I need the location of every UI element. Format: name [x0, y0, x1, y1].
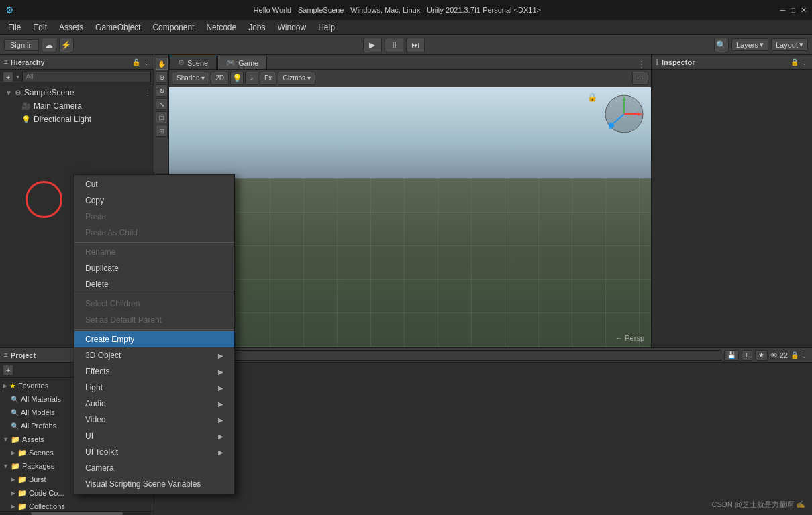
- console-lock-icon[interactable]: 🔒: [791, 351, 799, 359]
- save-layout-button[interactable]: 💾: [724, 350, 739, 361]
- create-button[interactable]: +: [742, 350, 752, 361]
- maximize-button[interactable]: □: [791, 6, 795, 15]
- menu-netcode[interactable]: Netcode: [201, 21, 242, 34]
- folder-icon-4: 📁: [17, 475, 27, 484]
- ctx-visual-scripting[interactable]: Visual Scripting Scene Variables: [74, 476, 234, 492]
- ctx-light-arrow: ▶: [218, 384, 223, 392]
- menu-gameobject[interactable]: GameObject: [90, 21, 146, 34]
- menu-help[interactable]: Help: [313, 21, 340, 34]
- ctx-effects[interactable]: Effects ▶: [74, 363, 234, 380]
- inspector-lock-icon[interactable]: 🔒: [791, 58, 799, 66]
- hierarchy-dropdown-icon[interactable]: ▾: [16, 73, 19, 80]
- hierarchy-search-input[interactable]: [22, 72, 151, 82]
- mode-2d-button[interactable]: 2D: [211, 72, 229, 85]
- fx-button[interactable]: Fx: [260, 72, 276, 85]
- menu-edit[interactable]: Edit: [28, 21, 52, 34]
- project-menu-icon: ≡: [4, 351, 8, 359]
- scene-panel-more[interactable]: ⋮: [632, 60, 651, 69]
- cloud-button[interactable]: ☁: [42, 38, 56, 52]
- search-icon-2: 🔍: [11, 409, 19, 416]
- scene-toolbar: Shaded ▾ 2D 💡 ♪ Fx Gizmos ▾ ⋯: [169, 70, 651, 87]
- minimize-button[interactable]: ─: [780, 6, 786, 15]
- move-tool-button[interactable]: ⊕: [156, 71, 168, 83]
- hierarchy-camera-item[interactable]: 🎥 Main Camera: [0, 99, 154, 113]
- close-button[interactable]: ✕: [801, 6, 807, 15]
- ctx-copy[interactable]: Copy: [74, 192, 234, 209]
- console-badge: 👁 22: [770, 351, 788, 359]
- transform-tool-button[interactable]: ⊞: [156, 125, 168, 137]
- scene-tab[interactable]: ⚙ Scene: [169, 56, 217, 69]
- collections-item[interactable]: ▶ 📁 Collections: [0, 500, 154, 511]
- ctx-duplicate[interactable]: Duplicate: [74, 260, 234, 276]
- gizmos-button[interactable]: Gizmos ▾: [278, 72, 315, 85]
- menu-assets[interactable]: Assets: [54, 21, 89, 34]
- scene-grid: [169, 178, 651, 347]
- hierarchy-lock-icon[interactable]: 🔒: [132, 58, 140, 66]
- right-toolbar: 🔍 Layers ▾ Layout ▾: [714, 38, 808, 52]
- ctx-delete[interactable]: Delete: [74, 276, 234, 292]
- project-scrollbar[interactable]: [0, 511, 154, 515]
- unity-icon: ⚙: [5, 5, 14, 15]
- add-project-button[interactable]: +: [3, 365, 13, 376]
- play-button[interactable]: ▶: [363, 38, 382, 52]
- ctx-create-empty[interactable]: Create Empty: [74, 331, 234, 347]
- menu-window[interactable]: Window: [272, 21, 312, 34]
- hierarchy-scene-item[interactable]: ▼ ⚙ SampleScene ⋮: [0, 86, 154, 99]
- scene-more-icon[interactable]: ⋮: [144, 89, 151, 97]
- scene-view[interactable]: ← Persp X: [169, 87, 651, 347]
- game-tab[interactable]: 🎮 Game: [217, 56, 267, 69]
- ctx-set-default-parent[interactable]: Set as Default Parent: [74, 312, 234, 328]
- console-content: [154, 363, 812, 515]
- more-scene-button[interactable]: ⋯: [632, 72, 648, 85]
- favorite-button[interactable]: ★: [755, 350, 768, 361]
- favorites-arrow-icon: ▶: [3, 382, 7, 389]
- ctx-audio-arrow: ▶: [218, 400, 223, 408]
- packages-arrow-icon: ▼: [3, 463, 9, 469]
- hierarchy-header: ≡ Hierarchy 🔒 ⋮: [0, 55, 154, 70]
- step-button[interactable]: ⏭: [406, 38, 425, 52]
- add-hierarchy-button[interactable]: +: [3, 72, 13, 82]
- ctx-light[interactable]: Light ▶: [74, 380, 234, 396]
- scenes-label: Scenes: [29, 449, 54, 457]
- hand-tool-button[interactable]: ✋: [156, 58, 168, 70]
- folder-icon-5: 📁: [17, 489, 27, 498]
- console-more-icon[interactable]: ⋮: [801, 351, 808, 359]
- sign-in-button[interactable]: Sign in: [4, 39, 39, 51]
- layout-dropdown[interactable]: Layout ▾: [771, 38, 808, 51]
- search-button[interactable]: 🔍: [714, 38, 729, 52]
- ctx-3d-object[interactable]: 3D Object ▶: [74, 347, 234, 363]
- layers-label: Layers: [736, 41, 758, 49]
- menu-jobs[interactable]: Jobs: [243, 21, 270, 34]
- pause-button[interactable]: ⏸: [385, 38, 403, 52]
- collab-button[interactable]: ⚡: [59, 38, 74, 52]
- audio-button[interactable]: ♪: [245, 72, 258, 85]
- rect-tool-button[interactable]: □: [156, 111, 168, 123]
- ctx-paste-as-child[interactable]: Paste As Child: [74, 225, 234, 241]
- ctx-paste[interactable]: Paste: [74, 209, 234, 225]
- hierarchy-more-icon[interactable]: ⋮: [143, 58, 150, 66]
- scale-tool-button[interactable]: ⤡: [156, 98, 168, 110]
- ctx-ui-toolkit[interactable]: UI Toolkit ▶: [74, 444, 234, 460]
- console-header: + 💾 + ★ 👁 22 🔒 ⋮: [154, 348, 812, 363]
- menu-file[interactable]: File: [3, 21, 26, 34]
- ctx-camera[interactable]: Camera: [74, 460, 234, 476]
- ctx-audio-label: Audio: [85, 399, 106, 408]
- rotate-tool-button[interactable]: ↻: [156, 84, 168, 97]
- ctx-rename[interactable]: Rename: [74, 244, 234, 260]
- console-search-input[interactable]: [172, 350, 721, 361]
- ctx-audio[interactable]: Audio ▶: [74, 396, 234, 412]
- hierarchy-light-item[interactable]: 💡 Directional Light: [0, 113, 154, 126]
- ctx-select-children[interactable]: Select Children: [74, 296, 234, 312]
- scene-lock[interactable]: 🔒: [587, 93, 597, 102]
- menu-component[interactable]: Component: [147, 21, 199, 34]
- ctx-ui[interactable]: UI ▶: [74, 428, 234, 444]
- collections-label: Collections: [29, 502, 65, 510]
- lighting-button[interactable]: 💡: [230, 72, 244, 85]
- layers-dropdown[interactable]: Layers ▾: [731, 38, 768, 51]
- shading-button[interactable]: Shaded ▾: [172, 72, 209, 85]
- ctx-video[interactable]: Video ▶: [74, 412, 234, 428]
- ctx-cut[interactable]: Cut: [74, 176, 234, 192]
- ctx-video-arrow: ▶: [218, 416, 223, 424]
- all-materials-label: All Materials: [21, 395, 61, 403]
- inspector-more-icon[interactable]: ⋮: [801, 58, 808, 66]
